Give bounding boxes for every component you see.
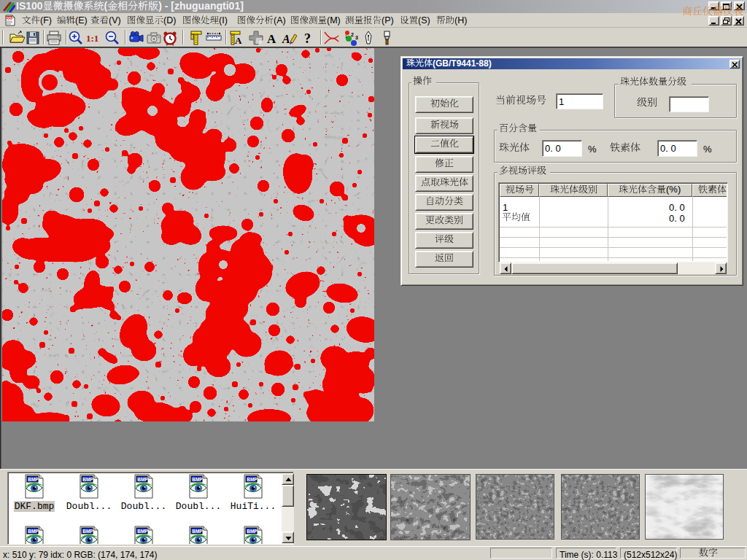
svg-text:(P): (P) xyxy=(382,15,394,26)
svg-text:(A): (A) xyxy=(274,15,286,26)
svg-text:(V): (V) xyxy=(109,15,121,26)
svg-text:(I): (I) xyxy=(219,15,228,26)
svg-text:A: A xyxy=(235,35,242,46)
svg-text:(F): (F) xyxy=(40,15,52,26)
svg-text:?: ? xyxy=(304,31,311,46)
svg-text:(GB/T9441-88): (GB/T9441-88) xyxy=(433,58,492,69)
svg-text:(E): (E) xyxy=(75,15,88,26)
svg-text:3: 3 xyxy=(355,35,358,40)
svg-text:BMP: BMP xyxy=(137,529,148,534)
svg-text:(M): (M) xyxy=(327,15,341,26)
svg-text:A: A xyxy=(282,33,290,45)
svg-text:(%): (%) xyxy=(666,184,681,195)
svg-text:A: A xyxy=(267,32,276,46)
svg-text:(: ( xyxy=(104,0,108,12)
svg-text:) - [zhuguangti01]: ) - [zhuguangti01] xyxy=(158,0,244,12)
svg-text:BMP: BMP xyxy=(192,529,203,534)
svg-text:BMP: BMP xyxy=(247,529,258,534)
svg-text:1:1: 1:1 xyxy=(86,33,98,44)
svg-text:(S): (S) xyxy=(418,15,430,26)
svg-text:BMP: BMP xyxy=(28,529,39,534)
svg-text:BMP: BMP xyxy=(82,529,93,534)
svg-text:(D): (D) xyxy=(163,15,176,26)
svg-text:(H): (H) xyxy=(454,15,467,26)
svg-text:2: 2 xyxy=(351,32,354,37)
svg-text:DOC: DOC xyxy=(7,17,15,20)
svg-text:IS100: IS100 xyxy=(16,0,43,12)
